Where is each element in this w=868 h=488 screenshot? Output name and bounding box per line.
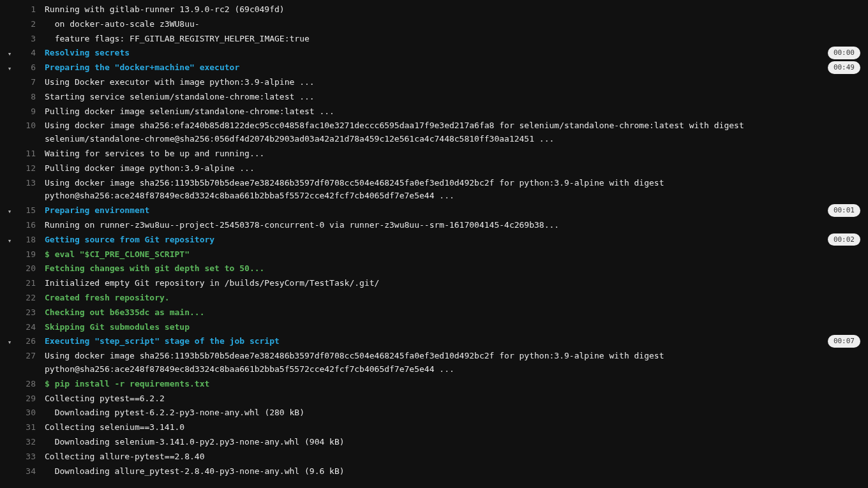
log-line: 28$ pip install -r requirements.txt [0,377,868,392]
line-number: 9 [15,105,45,119]
log-line: 9Pulling docker image selenium/standalon… [0,105,868,119]
log-line: 27Using docker image sha256:1193b5b70b5d… [0,349,868,377]
line-number: 3 [15,33,45,46]
chevron-down-icon [4,321,15,323]
chevron-down-icon [4,91,15,92]
gutter: 12 [0,162,45,175]
gutter: 9 [0,105,45,119]
log-section-header[interactable]: ▾15Preparing environment00:01 [0,203,868,218]
log-text: $ eval "$CI_PRE_CLONE_SCRIPT" [45,248,868,262]
log-text: Preparing the "docker+machine" executor [45,61,868,75]
gutter: ▾6 [0,61,45,75]
chevron-down-icon [4,436,15,438]
log-text: Downloading selenium-3.141.0-py2.py3-non… [45,436,868,449]
line-number: 18 [15,233,45,247]
gutter: 24 [0,321,45,334]
line-number: 11 [15,147,45,161]
chevron-down-icon [4,162,15,164]
gutter: 19 [0,248,45,262]
log-text: Collecting allure-pytest==2.8.40 [45,450,868,464]
gutter: 29 [0,392,45,406]
duration-badge: 00:07 [828,335,860,348]
line-number: 32 [15,436,45,449]
job-log: 1Running with gitlab-runner 13.9.0-rc2 (… [0,0,868,488]
log-text: $ pip install -r requirements.txt [45,378,868,391]
gutter: ▾4 [0,47,45,60]
chevron-down-icon [4,292,15,293]
gutter: 7 [0,76,45,89]
log-line: 30 Downloading pytest-6.2.2-py3-none-any… [0,406,868,420]
log-line: 24Skipping Git submodules setup [0,320,868,335]
line-number: 33 [15,450,45,464]
log-text: Downloading pytest-6.2.2-py3-none-any.wh… [45,406,868,420]
log-line: 22Created fresh repository. [0,291,868,306]
log-line: 31Collecting selenium==3.141.0 [0,420,868,435]
log-line: 10Using docker image sha256:efa240b85d81… [0,119,868,147]
line-number: 12 [15,162,45,175]
log-text: Collecting selenium==3.141.0 [45,421,868,434]
line-number: 34 [15,465,45,478]
chevron-down-icon [4,306,15,308]
log-line: 3 feature flags: FF_GITLAB_REGISTRY_HELP… [0,32,868,47]
log-text: Skipping Git submodules setup [45,321,868,334]
duration-badge: 00:49 [828,61,860,74]
chevron-down-icon[interactable]: ▾ [4,335,15,348]
chevron-down-icon [4,3,15,5]
log-section-header[interactable]: ▾18Getting source from Git repository00:… [0,233,868,248]
chevron-down-icon[interactable]: ▾ [4,204,15,218]
log-section-header[interactable]: ▾4Resolving secrets00:00 [0,46,868,61]
gutter: 33 [0,450,45,464]
duration-badge: 00:02 [828,233,860,246]
line-number: 19 [15,248,45,262]
chevron-down-icon[interactable]: ▾ [4,47,15,60]
gutter: 23 [0,306,45,320]
log-text: Using docker image sha256:1193b5b70b5dea… [45,177,868,203]
gutter: 3 [0,33,45,46]
chevron-down-icon [4,277,15,279]
chevron-down-icon[interactable]: ▾ [4,233,15,247]
chevron-down-icon [4,147,15,149]
log-text: Using Docker executor with image python:… [45,76,868,89]
log-text: Created fresh repository. [45,292,868,305]
gutter: 31 [0,421,45,434]
gutter: 21 [0,277,45,290]
line-number: 31 [15,421,45,434]
chevron-down-icon [4,105,15,107]
log-text: Preparing environment [45,204,868,218]
gutter: 32 [0,436,45,449]
chevron-down-icon [4,18,15,20]
chevron-down-icon [4,177,15,179]
line-number: 28 [15,378,45,391]
log-text: Using docker image sha256:efa240b85d8122… [45,119,868,146]
log-section-header[interactable]: ▾26Executing "step_script" stage of the … [0,334,868,349]
log-text: Collecting pytest==6.2.2 [45,392,868,406]
gutter: 22 [0,292,45,305]
log-text: Getting source from Git repository [45,233,868,247]
log-text: on docker-auto-scale z3WU8uu- [45,18,868,31]
gutter: 11 [0,147,45,161]
log-section-header[interactable]: ▾6Preparing the "docker+machine" executo… [0,61,868,75]
log-line: 20Fetching changes with git depth set to… [0,262,868,276]
log-line: 33Collecting allure-pytest==2.8.40 [0,450,868,464]
gutter: 1 [0,3,45,17]
chevron-down-icon [4,378,15,380]
line-number: 6 [15,61,45,75]
line-number: 22 [15,292,45,305]
chevron-down-icon[interactable]: ▾ [4,61,15,75]
chevron-down-icon [4,450,15,452]
line-number: 10 [15,119,45,133]
chevron-down-icon [4,465,15,467]
chevron-down-icon [4,76,15,78]
gutter: ▾26 [0,335,45,348]
gutter: 2 [0,18,45,31]
chevron-down-icon [4,119,15,121]
duration-badge: 00:01 [828,204,860,217]
line-number: 23 [15,306,45,320]
log-text: Initialized empty Git repository in /bui… [45,277,868,290]
log-line: 8Starting service selenium/standalone-ch… [0,90,868,105]
gutter: 34 [0,465,45,478]
log-line: 7Using Docker executor with image python… [0,75,868,90]
chevron-down-icon [4,248,15,250]
log-line: 12Pulling docker image python:3.9-alpine… [0,161,868,176]
line-number: 30 [15,406,45,420]
